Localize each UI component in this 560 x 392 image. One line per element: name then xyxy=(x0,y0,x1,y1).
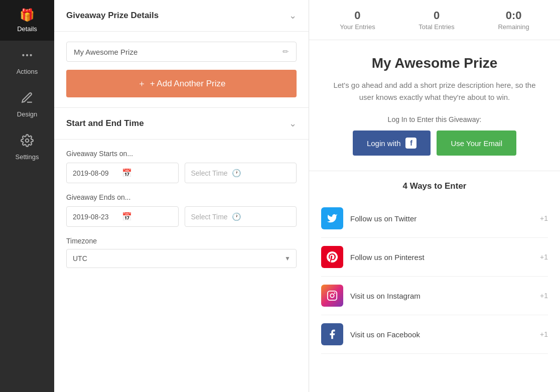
prize-section-content: ✏ ＋ + Add Another Prize xyxy=(54,32,309,108)
sidebar-item-actions[interactable]: Actions xyxy=(0,41,54,83)
time-section-header[interactable]: Start and End Time ⌄ xyxy=(54,108,309,140)
prize-name-input[interactable] xyxy=(74,48,283,56)
prize-chevron-icon: ⌄ xyxy=(289,10,297,21)
start-label: Giveaway Starts on... xyxy=(66,150,297,158)
end-time-placeholder: Select Time xyxy=(191,213,228,221)
add-prize-button[interactable]: ＋ + Add Another Prize xyxy=(66,70,297,97)
fb-login-label: Login with xyxy=(367,139,401,148)
end-date-time-row: 📅 Select Time 🕐 xyxy=(66,206,297,227)
svg-point-6 xyxy=(334,293,336,294)
start-time-input-wrap[interactable]: Select Time 🕐 xyxy=(185,163,297,183)
preview-description: Let's go ahead and add a short prize des… xyxy=(329,79,540,103)
preview-content: My Awesome Prize Let's go ahead and add … xyxy=(309,40,560,171)
start-date-input-wrap[interactable]: 📅 xyxy=(66,163,179,183)
twitter-icon xyxy=(321,207,343,229)
total-entries-value: 0 xyxy=(418,9,455,22)
start-date-input[interactable] xyxy=(73,169,118,177)
twitter-entry-points: +1 xyxy=(540,214,548,222)
total-entries-label: Total Entries xyxy=(418,23,455,31)
prize-input-row: ✏ xyxy=(66,42,297,62)
email-login-label: Use Your Email xyxy=(451,139,502,148)
instagram-entry-points: +1 xyxy=(540,292,548,300)
your-entries-stat: 0 Your Entries xyxy=(340,9,375,31)
list-item: Follow us on Twitter +1 xyxy=(321,199,548,238)
clock-icon: 🕐 xyxy=(232,212,241,221)
left-panel: Giveaway Prize Details ⌄ ✏ ＋ + Add Anoth… xyxy=(54,0,309,392)
ways-section: 4 Ways to Enter Follow us on Twitter +1 … xyxy=(309,171,560,364)
start-date-time-row: 📅 Select Time 🕐 xyxy=(66,163,297,183)
end-time-input-wrap[interactable]: Select Time 🕐 xyxy=(185,206,297,227)
edit-icon[interactable]: ✏ xyxy=(283,47,289,56)
sidebar-item-label: Settings xyxy=(16,153,39,161)
email-login-button[interactable]: Use Your Email xyxy=(437,130,516,156)
facebook-entry-label: Visit us on Facebook xyxy=(350,330,533,339)
ways-title: 4 Ways to Enter xyxy=(321,181,548,191)
sidebar-item-label: Actions xyxy=(17,68,38,75)
design-icon xyxy=(21,91,34,107)
remaining-label: Remaining xyxy=(498,23,529,31)
list-item: Follow us on Pinterest +1 xyxy=(321,238,548,277)
calendar-icon[interactable]: 📅 xyxy=(122,168,132,178)
preview-title: My Awesome Prize xyxy=(329,55,540,71)
time-section-title: Start and End Time xyxy=(66,118,144,128)
twitter-entry-label: Follow us on Twitter xyxy=(350,214,533,223)
end-date-input[interactable] xyxy=(73,213,118,221)
svg-rect-4 xyxy=(328,291,337,300)
list-item: Visit us on Facebook +1 xyxy=(321,315,548,354)
svg-point-3 xyxy=(26,139,29,143)
stats-bar: 0 Your Entries 0 Total Entries 0:0 Remai… xyxy=(309,0,560,40)
sidebar-item-design[interactable]: Design xyxy=(0,83,54,126)
add-prize-label: + Add Another Prize xyxy=(150,79,226,89)
facebook-icon: f xyxy=(405,138,416,149)
list-item: Visit us on Instagram +1 xyxy=(321,277,548,315)
instagram-icon xyxy=(321,285,343,307)
end-label: Giveaway Ends on... xyxy=(66,193,297,201)
facebook-login-button[interactable]: Login with f xyxy=(353,130,431,156)
your-entries-value: 0 xyxy=(340,9,375,22)
facebook-entry-icon xyxy=(321,323,343,345)
end-date-input-wrap[interactable]: 📅 xyxy=(66,206,179,227)
remaining-value: 0:0 xyxy=(498,9,529,22)
svg-point-0 xyxy=(22,54,24,56)
pinterest-entry-points: +1 xyxy=(540,253,548,261)
remaining-stat: 0:0 Remaining xyxy=(498,9,529,31)
login-prompt: Log In to Enter this Giveaway: xyxy=(329,115,540,123)
time-section-content: Giveaway Starts on... 📅 Select Time 🕐 Gi… xyxy=(54,140,309,278)
login-buttons: Login with f Use Your Email xyxy=(329,130,540,156)
sidebar-item-label: Details xyxy=(17,25,37,33)
facebook-entry-points: +1 xyxy=(540,330,548,338)
pinterest-icon xyxy=(321,246,343,268)
calendar-icon[interactable]: 📅 xyxy=(122,212,132,221)
prize-section-header[interactable]: Giveaway Prize Details ⌄ xyxy=(54,0,309,32)
sidebar: 🎁 Details Actions Design Settings xyxy=(0,0,54,392)
svg-point-2 xyxy=(30,54,32,56)
sidebar-item-details[interactable]: 🎁 Details xyxy=(0,0,54,41)
settings-icon xyxy=(21,134,34,150)
timezone-select[interactable]: UTC EST PST CST GMT xyxy=(66,249,297,268)
instagram-entry-label: Visit us on Instagram xyxy=(350,292,533,300)
gift-icon: 🎁 xyxy=(20,8,35,22)
sidebar-item-label: Design xyxy=(17,110,37,118)
pinterest-entry-label: Follow us on Pinterest xyxy=(350,253,533,262)
sidebar-item-settings[interactable]: Settings xyxy=(0,126,54,169)
right-panel: 0 Your Entries 0 Total Entries 0:0 Remai… xyxy=(309,0,560,392)
svg-point-5 xyxy=(330,294,334,297)
time-chevron-icon: ⌄ xyxy=(289,118,297,129)
start-time-placeholder: Select Time xyxy=(191,169,228,177)
prize-section-title: Giveaway Prize Details xyxy=(66,11,159,21)
clock-icon: 🕐 xyxy=(232,169,241,178)
plus-icon: ＋ xyxy=(137,78,146,89)
actions-icon xyxy=(21,49,34,65)
total-entries-stat: 0 Total Entries xyxy=(418,9,455,31)
timezone-label: Timezone xyxy=(66,237,297,245)
timezone-select-wrap: UTC EST PST CST GMT xyxy=(66,249,297,268)
your-entries-label: Your Entries xyxy=(340,23,375,31)
svg-point-1 xyxy=(26,54,28,56)
